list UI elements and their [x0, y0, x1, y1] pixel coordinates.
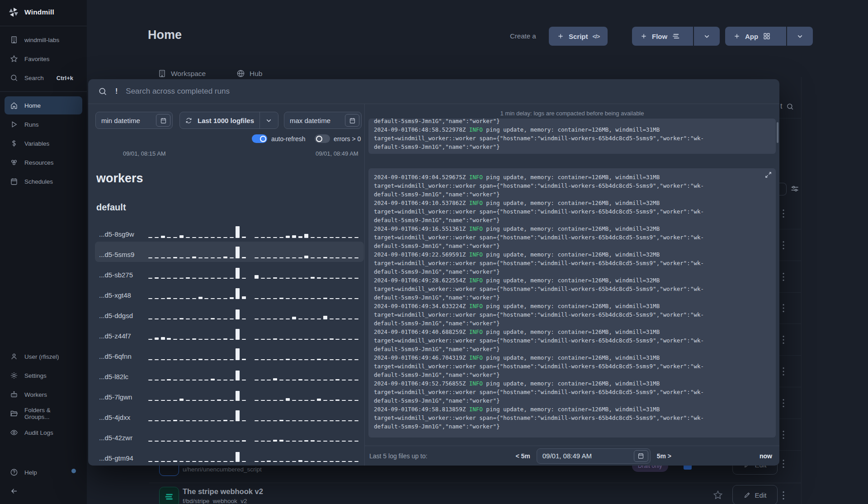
activity-bar [173, 380, 177, 380]
worker-row-d5-ddgsd[interactable]: ...d5-ddgsd [95, 303, 364, 323]
activity-bar [211, 318, 215, 319]
activity-bar [323, 380, 327, 380]
sidebar-item-label: Folders & Groups... [24, 407, 77, 420]
sidebar-item-schedules[interactable]: Schedules [5, 172, 82, 190]
app-dropdown-button[interactable] [787, 27, 813, 46]
flow-dropdown-button[interactable] [694, 27, 720, 46]
create-script-button[interactable]: Script </> [549, 27, 608, 46]
chevron-down-icon[interactable] [260, 117, 278, 124]
sidebar-item-search[interactable]: SearchCtrl+k [5, 69, 82, 87]
log-block-current[interactable]: 2024-09-01T06:49:04.529675Z INFO ping up… [368, 168, 776, 437]
activity-bar [230, 339, 234, 340]
calendar-icon[interactable] [156, 114, 170, 127]
activity-bar [292, 298, 296, 299]
forward-5m-button[interactable]: 5m > [657, 452, 671, 460]
kebab-menu-icon[interactable] [778, 208, 789, 219]
chevron-down-icon [796, 33, 804, 40]
activity-bar [192, 461, 196, 462]
logfiles-select[interactable]: Last 1000 logfiles [179, 112, 278, 129]
activity-bar [261, 278, 265, 279]
search-icon[interactable] [786, 103, 794, 110]
activity-bar [323, 316, 327, 319]
brand[interactable]: Windmill [0, 0, 87, 24]
favorite-star-icon[interactable] [712, 490, 723, 502]
sidebar-item-audit-logs[interactable]: Audit Logs [5, 423, 82, 442]
activity-bar [317, 298, 321, 299]
sidebar-item-help[interactable]: Help [5, 463, 82, 481]
back-5m-button[interactable]: < 5m [515, 452, 530, 460]
kebab-menu-icon[interactable] [778, 397, 789, 409]
worker-activity-sparkline [148, 224, 359, 238]
now-button[interactable]: now [760, 452, 772, 460]
kebab-menu-icon[interactable] [778, 271, 789, 283]
kebab-menu-icon[interactable] [778, 490, 789, 501]
auto-refresh-toggle[interactable] [252, 134, 267, 143]
sidebar-item-settings[interactable]: Settings [5, 366, 82, 385]
kebab-menu-icon[interactable] [778, 334, 789, 346]
expand-icon[interactable] [764, 171, 772, 181]
activity-bar [211, 339, 215, 340]
errors-toggle[interactable] [315, 134, 330, 143]
activity-bar [155, 380, 159, 380]
sidebar-top-nav: windmill-labsFavoritesSearchCtrl+k [0, 31, 87, 87]
sidebar-item-home[interactable]: Home [5, 96, 82, 114]
collapse-sidebar-button[interactable] [0, 482, 87, 499]
activity-bar [255, 237, 259, 238]
edit-button[interactable]: Edit [732, 485, 778, 504]
worker-activity-sparkline [148, 347, 359, 360]
scrollbar-thumb[interactable] [777, 122, 778, 143]
create-flow-button[interactable]: Flow [632, 27, 693, 46]
worker-row-d5-42zwr[interactable]: ...d5-42zwr [95, 425, 364, 445]
kebab-menu-icon[interactable] [778, 239, 789, 251]
kebab-menu-icon[interactable] [778, 458, 789, 470]
min-datetime-input[interactable]: min datetime [95, 112, 173, 129]
runs-search-input[interactable] [126, 87, 769, 96]
worker-name: ...d5-gtm94 [99, 454, 133, 462]
worker-row-d5-gtm94[interactable]: ...d5-gtm94 [95, 445, 364, 466]
sidebar-item-folders-groups[interactable]: Folders & Groups... [5, 404, 82, 423]
activity-bar [330, 257, 334, 258]
create-app-button[interactable]: App [725, 27, 786, 46]
sidebar-item-favorites[interactable]: Favorites [5, 50, 82, 68]
kebab-menu-icon[interactable] [778, 429, 789, 441]
sidebar-item-resources[interactable]: Resources [5, 153, 82, 171]
activity-bar [161, 257, 165, 258]
log-level: INFO [469, 328, 483, 335]
worker-row-d5-sb275[interactable]: ...d5-sb275 [95, 262, 364, 282]
kebab-menu-icon[interactable] [778, 302, 789, 314]
row-divider [149, 483, 801, 483]
sidebar-item-user-rfiszel[interactable]: User (rfiszel) [5, 347, 82, 366]
max-datetime-input[interactable]: max datetime [284, 112, 362, 129]
log-block-previous[interactable]: default-5sms9-Jmn1G","name":"worker"}202… [368, 119, 776, 154]
tab-workspace[interactable]: Workspace [158, 69, 206, 78]
log-level: INFO [469, 354, 483, 361]
activity-bar [335, 379, 340, 380]
filter-sliders-icon[interactable] [790, 184, 799, 195]
activity-bar [186, 277, 190, 279]
kebab-menu-icon[interactable] [778, 366, 789, 377]
sidebar-bottom-nav: User (rfiszel)SettingsWorkersFolders & G… [0, 347, 87, 442]
calendar-icon[interactable] [634, 450, 648, 462]
toggle-knob [260, 136, 266, 142]
brand-name: Windmill [24, 8, 54, 16]
worker-row-d5-xgt48[interactable]: ...d5-xgt48 [95, 282, 364, 303]
footer-datetime-input[interactable]: 09/01, 08:49 AM [537, 448, 651, 464]
sidebar-item-workers[interactable]: Workers [5, 385, 82, 404]
tab-hub[interactable]: Hub [236, 69, 262, 78]
activity-bar [342, 380, 346, 380]
worker-row-d5-z44f7[interactable]: ...d5-z44f7 [95, 323, 364, 343]
calendar-icon[interactable] [345, 114, 359, 127]
activity-bar [255, 420, 259, 421]
worker-row-d5-5sms9[interactable]: ...d5-5sms9 [95, 242, 364, 262]
sidebar-item-windmill-labs[interactable]: windmill-labs [5, 31, 82, 49]
worker-row-d5-l82lc[interactable]: ...d5-l82lc [95, 364, 364, 384]
activity-bar [267, 237, 271, 238]
activity-bar [267, 339, 271, 340]
worker-row-d5-7lgwn[interactable]: ...d5-7lgwn [95, 384, 364, 404]
activity-bar [198, 400, 203, 401]
worker-row-d5-8sg9w[interactable]: ...d5-8sg9w [95, 221, 364, 242]
sidebar-item-runs[interactable]: Runs [5, 115, 82, 133]
worker-row-d5-4jdxx[interactable]: ...d5-4jdxx [95, 404, 364, 425]
sidebar-item-variables[interactable]: Variables [5, 134, 82, 152]
worker-row-d5-6qfnn[interactable]: ...d5-6qfnn [95, 343, 364, 364]
